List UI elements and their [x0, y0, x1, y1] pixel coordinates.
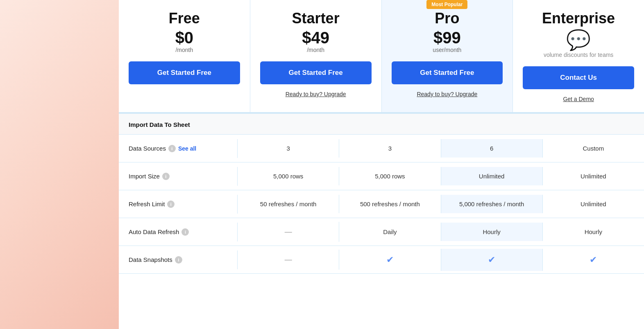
plan-name-free: Free: [129, 10, 240, 27]
pricing-header: Free$0/monthGet Started FreeStarter$49/m…: [119, 0, 644, 113]
feature-value-3: Unlimited: [543, 195, 644, 213]
plan-price-pro: $99: [392, 29, 503, 47]
feature-category-label: Import Data To Sheet: [129, 121, 190, 128]
feature-value-1: 3: [339, 139, 441, 158]
feature-value-0: 50 refreshes / month: [238, 195, 339, 213]
plan-col-enterprise: Enterprise💬volume discounts for teamsCon…: [513, 0, 644, 112]
secondary-link-starter[interactable]: Ready to buy? Upgrade: [260, 91, 372, 97]
plan-name-enterprise: Enterprise: [523, 10, 634, 27]
plan-col-pro: Most PopularPro$99user/monthGet Started …: [382, 0, 513, 112]
plan-name-starter: Starter: [260, 10, 372, 27]
plan-col-starter: Starter$49/monthGet Started FreeReady to…: [250, 0, 382, 112]
info-icon[interactable]: i: [162, 173, 170, 180]
feature-value-0: —: [238, 250, 339, 270]
feature-name-cell: Data SourcesiSee all: [119, 139, 238, 158]
feature-value-2: ✔: [441, 249, 543, 271]
cta-button-free[interactable]: Get Started Free: [129, 61, 240, 84]
plan-period-starter: /month: [260, 47, 372, 53]
dash-value: —: [285, 255, 292, 264]
feature-value-3: Hourly: [543, 223, 644, 241]
see-all-link[interactable]: See all: [178, 145, 196, 152]
plan-period-free: /month: [129, 47, 240, 53]
feature-value-1: 500 refreshes / month: [339, 195, 441, 213]
feature-name-label: Auto Data Refresh: [129, 228, 179, 235]
info-icon[interactable]: i: [168, 145, 176, 152]
features-section: Import Data To Sheet Data SourcesiSee al…: [119, 113, 644, 329]
feature-name-label: Refresh Limit: [129, 201, 165, 207]
check-icon: ✔: [386, 255, 394, 265]
most-popular-badge: Most Popular: [426, 0, 467, 9]
feature-category: Import Data To Sheet: [119, 113, 644, 135]
feature-value-2: Unlimited: [441, 167, 543, 185]
check-icon: ✔: [488, 255, 495, 265]
info-icon[interactable]: i: [167, 201, 175, 208]
feature-row: Refresh Limiti50 refreshes / month500 re…: [119, 190, 644, 218]
plan-price-free: $0: [129, 29, 240, 47]
feature-name-label: Data Snapshots: [129, 256, 172, 263]
plan-price-starter: $49: [260, 29, 372, 47]
feature-value-1: Daily: [339, 223, 441, 241]
feature-name-cell: Auto Data Refreshi: [119, 223, 238, 241]
plan-name-pro: Pro: [392, 10, 503, 27]
feature-value-3: Unlimited: [543, 167, 644, 185]
cta-button-starter[interactable]: Get Started Free: [260, 61, 372, 84]
cta-button-pro[interactable]: Get Started Free: [392, 61, 503, 84]
feature-value-3: ✔: [543, 249, 644, 271]
feature-row: Auto Data Refreshi—DailyHourlyHourly: [119, 218, 644, 246]
feature-row: Import Sizei5,000 rows5,000 rowsUnlimite…: [119, 162, 644, 190]
enterprise-chat-icon: 💬: [523, 30, 634, 50]
feature-value-1: ✔: [339, 249, 441, 271]
feature-name-cell: Refresh Limiti: [119, 195, 238, 214]
feature-name-cell: Import Sizei: [119, 167, 238, 186]
feature-value-2: 6: [441, 139, 543, 158]
feature-name-cell: Data Snapshotsi: [119, 250, 238, 269]
cta-button-enterprise[interactable]: Contact Us: [523, 66, 634, 89]
secondary-link-enterprise[interactable]: Get a Demo: [523, 96, 634, 102]
plan-col-free: Free$0/monthGet Started Free: [119, 0, 250, 112]
info-icon[interactable]: i: [181, 228, 189, 236]
feature-value-0: —: [238, 222, 339, 242]
feature-row: Data SourcesiSee all336Custom: [119, 135, 644, 162]
enterprise-subtitle: volume discounts for teams: [523, 52, 634, 58]
info-icon[interactable]: i: [175, 256, 182, 264]
decorative-panel: [0, 0, 119, 329]
feature-name-label: Import Size: [129, 173, 160, 180]
feature-row: Data Snapshotsi—✔✔✔: [119, 246, 644, 274]
feature-value-0: 3: [238, 139, 339, 158]
plan-period-pro: user/month: [392, 47, 503, 53]
feature-value-2: 5,000 refreshes / month: [441, 195, 543, 213]
feature-value-0: 5,000 rows: [238, 167, 339, 185]
dash-value: —: [285, 228, 292, 236]
feature-value-1: 5,000 rows: [339, 167, 441, 185]
content-area: Free$0/monthGet Started FreeStarter$49/m…: [119, 0, 644, 329]
feature-value-2: Hourly: [441, 223, 543, 241]
feature-value-3: Custom: [543, 139, 644, 158]
check-icon: ✔: [590, 255, 597, 265]
feature-name-label: Data Sources: [129, 145, 166, 152]
secondary-link-pro[interactable]: Ready to buy? Upgrade: [392, 91, 503, 97]
